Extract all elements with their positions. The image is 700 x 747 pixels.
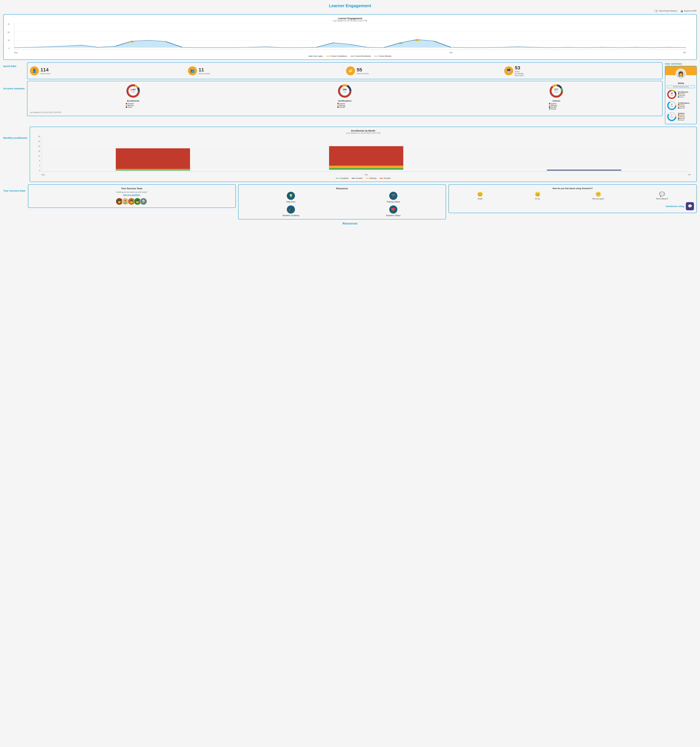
- bar-x-sep: Sep: [365, 174, 368, 175]
- svg-text:26: 26: [671, 92, 673, 94]
- legend-course-enrollments: Course Enrollments: [350, 55, 371, 57]
- account-last-updated: Last Updated On: 29-Oct-2024 2:20:38 PM: [30, 112, 660, 113]
- satisfaction-not-good[interactable]: 😕 Not very good.: [592, 192, 604, 200]
- users-number: 114: [41, 67, 51, 73]
- success-team-label: Your success team: [3, 189, 26, 192]
- user-enrollments-title: Enrollments: [678, 91, 688, 93]
- great-emoji: 😊: [477, 192, 483, 197]
- account-summary-panel: 1,487 Total Enrollments Overdue Warning …: [27, 81, 662, 116]
- ask-question-link[interactable]: Ask us a question.: [31, 194, 233, 196]
- x-label-sep: Sep: [449, 51, 453, 53]
- quick-links-panel: 👤 114 Active Users 👥 11 Active Groups 📁 …: [27, 62, 662, 79]
- groups-number: 11: [198, 67, 210, 73]
- kb-number: 53: [515, 65, 528, 71]
- svg-text:277: 277: [555, 88, 558, 91]
- actions-title: Actions: [549, 100, 564, 102]
- quick-link-users[interactable]: 👤 114 Active Users: [30, 67, 185, 75]
- help-docs-label: Help Docs: [241, 201, 341, 203]
- y-label-10: 10: [8, 39, 9, 41]
- avatar: 👩: [676, 69, 686, 79]
- resource-help-docs[interactable]: 💡 Help Docs: [241, 192, 341, 203]
- team-face-5: 👨‍🦳: [140, 198, 147, 205]
- resources-title: Resources: [241, 187, 443, 190]
- engagement-chart-card: Learner Engagement Last Updated On: 29-O…: [3, 14, 697, 60]
- satisfaction-title: How do you feel about using SmarterU?: [451, 187, 694, 190]
- training-videos-label: Training Videos: [343, 201, 443, 203]
- quick-link-courses[interactable]: 📁 55 Active Courses: [344, 67, 502, 75]
- bar-x-aug: Aug: [41, 174, 45, 175]
- svg-point-3: [129, 41, 135, 42]
- y-label-30: 30: [8, 23, 9, 25]
- user-actions-svg: 7 Total: [667, 112, 677, 121]
- show-export-label: Show Export Buttons: [659, 10, 677, 12]
- user-enrollments-svg: 26 Total: [667, 89, 677, 99]
- x-label-oct: Oct: [683, 51, 686, 53]
- svg-text:Total: Total: [671, 117, 673, 118]
- actions-svg: 277 Total: [549, 84, 564, 98]
- svg-rect-50: [547, 170, 621, 171]
- svg-point-5: [398, 43, 403, 44]
- not-good-emoji: 😕: [592, 192, 604, 197]
- svg-rect-46: [116, 170, 190, 171]
- courses-number: 55: [357, 67, 369, 73]
- certifications-donut: 268 Total Certifications Expired Warning…: [337, 84, 352, 108]
- svg-text:268: 268: [343, 88, 347, 91]
- user-certifications-svg: 5 Total: [667, 101, 677, 110]
- svg-rect-44: [116, 148, 190, 170]
- legend-user-logins: User Logins: [309, 55, 323, 57]
- ok-label: It's ok.: [535, 198, 541, 200]
- show-export-toggle[interactable]: Show Export Buttons: [653, 10, 677, 12]
- ok-emoji: 😐: [535, 192, 541, 197]
- engagement-chart-title: Learner Engagement: [6, 17, 694, 20]
- resources-footer-label: Resources: [3, 222, 697, 225]
- not-good-label: Not very good.: [592, 198, 604, 200]
- user-summary-panel: 👩 Anna Overdue Warning Active 26 Total E…: [665, 66, 697, 124]
- export-pdf-button[interactable]: 🖨️ Export as PDF: [680, 10, 697, 12]
- engagement-svg: [14, 23, 686, 49]
- svg-text:5: 5: [671, 103, 672, 105]
- svg-text:Total: Total: [343, 91, 346, 93]
- satisfaction-ok[interactable]: 😐 It's ok.: [535, 192, 541, 200]
- satisfaction-label-right: Satisfaction rating: [666, 205, 684, 207]
- toolbar: Show Export Buttons 🖨️ Export as PDF: [3, 10, 697, 12]
- legend-course-minutes: Course Minutes: [374, 55, 391, 57]
- chart-legend: User Logins Course Completions Course En…: [6, 55, 694, 57]
- export-pdf-label: Export as PDF: [684, 10, 697, 12]
- y-label-0: 0: [8, 48, 9, 49]
- chat-icon-button[interactable]: 💬: [686, 202, 694, 210]
- resource-smarteru-status[interactable]: ❤️ SmarterU Status: [343, 206, 443, 217]
- groups-label: Active Groups: [198, 73, 210, 74]
- satisfaction-tell-us[interactable]: 💬 Tell Us About It: [656, 192, 668, 200]
- bar-x-oct: Oct: [688, 174, 691, 175]
- monthly-bar-chart-svg: [41, 136, 691, 171]
- courses-label: Active Courses: [357, 73, 369, 74]
- kb-label: Active Knowledge Base Items: [515, 71, 528, 76]
- users-label: Active Users: [41, 73, 51, 74]
- tell-us-emoji: 💬: [656, 192, 668, 197]
- svg-rect-49: [329, 168, 403, 170]
- quick-link-kb[interactable]: 🖥️ 53 Active Knowledge Base Items: [502, 65, 660, 76]
- resource-training-videos[interactable]: 🎬 Training Videos: [343, 192, 443, 203]
- satisfaction-card: How do you feel about using SmarterU? 😊 …: [448, 184, 697, 213]
- svg-rect-48: [329, 166, 403, 168]
- resource-smarteru-academy[interactable]: 🎓 SmarterU Academy: [241, 206, 341, 217]
- quick-link-groups[interactable]: 👥 11 Active Groups: [185, 67, 343, 75]
- svg-text:Total: Total: [671, 106, 673, 107]
- actions-donut: 277 Total Actions Expired Warning Not Me…: [549, 84, 564, 110]
- smarteru-academy-label: SmarterU Academy: [241, 215, 341, 217]
- monthly-enrollments-card: Enrollments by Month Last Updated On: 29…: [30, 127, 697, 182]
- enrollments-title: Enrollments: [126, 100, 141, 102]
- success-team-card: Your Success Team Anything we can assist…: [28, 184, 236, 208]
- svg-text:Total: Total: [132, 91, 135, 93]
- satisfaction-great[interactable]: 😊 Great!: [477, 192, 483, 200]
- svg-text:1,487: 1,487: [130, 88, 136, 91]
- svg-point-4: [415, 40, 420, 41]
- legend-course-completions: Course Completions: [326, 55, 347, 57]
- monthly-chart-title: Enrollments by Month: [32, 129, 694, 132]
- overdue-warning-badge: Overdue Warning Active: [667, 85, 695, 88]
- bar-chart-legend: Completed Enrolled Warning Overdue: [32, 177, 694, 179]
- quick-links-label: Quick links: [3, 65, 25, 68]
- svg-text:Total: Total: [671, 95, 673, 96]
- monthly-enrollments-label: Monthly enrollments: [3, 136, 27, 139]
- kb-icon: 🖥️: [504, 67, 513, 75]
